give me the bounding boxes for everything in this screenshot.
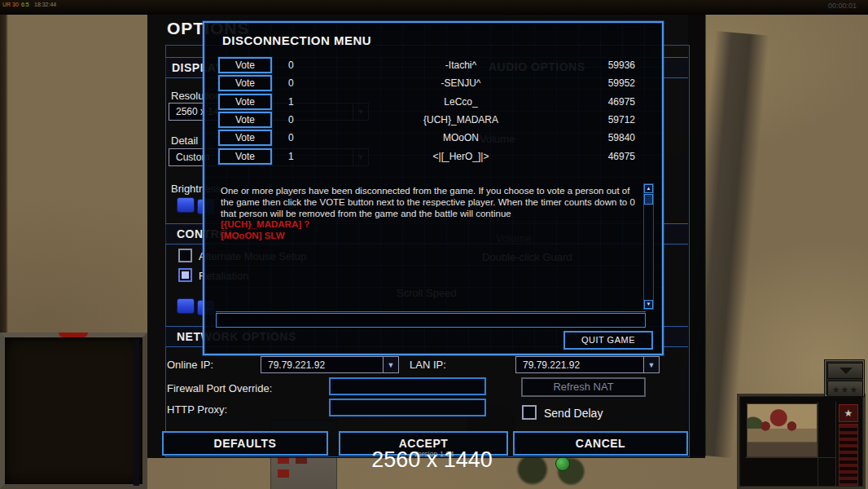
alt-mouse-checkbox[interactable] bbox=[178, 249, 192, 262]
scroll-down-icon[interactable]: ▼ bbox=[644, 300, 653, 309]
side-button-tray: ★★★ bbox=[824, 359, 865, 397]
vote-button[interactable]: Vote bbox=[218, 130, 272, 146]
chat-input[interactable] bbox=[216, 313, 646, 328]
player-name: LeCco_ bbox=[339, 94, 583, 110]
vote-count: 0 bbox=[288, 75, 294, 91]
scrollbar-thumb[interactable] bbox=[644, 194, 653, 205]
vote-button[interactable]: Vote bbox=[218, 148, 272, 165]
checkbox-fill bbox=[182, 271, 189, 279]
lan-ip-dropdown[interactable]: 79.79.221.92 ▼ bbox=[515, 356, 660, 373]
send-delay-checkbox[interactable] bbox=[522, 405, 537, 420]
player-name: -Itachi^ bbox=[339, 57, 583, 73]
stars-icon: ★★★ bbox=[832, 385, 859, 394]
top-status-bar: UR 30 6:5 18:32:44 00:00:01 bbox=[0, 0, 868, 15]
player-ping: 59936 bbox=[563, 57, 635, 73]
debug-fps-text: UR 30 bbox=[2, 0, 19, 12]
command-grid[interactable]: ★ bbox=[745, 402, 857, 487]
vote-count: 0 bbox=[288, 130, 294, 146]
player-ping: 59840 bbox=[563, 130, 635, 146]
general-star-icon[interactable]: ★ bbox=[839, 404, 858, 422]
game-screen: UR 30 6:5 18:32:44 00:00:01 OPTIONS DISP… bbox=[0, 0, 868, 489]
quit-game-button[interactable]: QUIT GAME bbox=[563, 331, 653, 350]
vote-count: 0 bbox=[288, 112, 294, 128]
game-timer: 00:00:01 bbox=[828, 2, 857, 10]
message-area[interactable]: One or more players have been disconnect… bbox=[216, 183, 646, 312]
refresh-nat-button[interactable]: Refresh NAT bbox=[521, 377, 646, 397]
radar-top-indicator bbox=[59, 333, 88, 337]
vote-button[interactable]: Vote bbox=[218, 94, 272, 110]
proxy-label: HTTP Proxy: bbox=[167, 403, 227, 416]
firewall-label: Firewall Port Override: bbox=[167, 382, 272, 394]
firewall-input[interactable] bbox=[329, 377, 486, 395]
screen-left-shadow bbox=[0, 15, 8, 334]
scrollbar[interactable]: ▲ ▼ bbox=[643, 183, 654, 310]
detail-label: Detail bbox=[171, 134, 198, 147]
generals-rank-button[interactable]: ★★★ bbox=[827, 381, 863, 397]
command-panel: ★ bbox=[737, 394, 866, 489]
dialog-title: DISCONNECTION MENU bbox=[222, 33, 371, 47]
chevron-down-icon bbox=[840, 368, 853, 374]
player-name: -SENJU^ bbox=[339, 75, 583, 91]
world-object bbox=[278, 469, 289, 478]
chat-line: [MOoON] SLW bbox=[216, 231, 646, 242]
slider-thumb[interactable] bbox=[177, 197, 195, 213]
send-delay-label: Send Delay bbox=[544, 407, 603, 420]
chat-line: [{UCH}_MADARA] ? bbox=[216, 219, 646, 231]
dropdown-arrow-icon[interactable]: ▼ bbox=[383, 357, 398, 372]
grid-line bbox=[745, 457, 835, 458]
vote-count: 0 bbox=[288, 57, 294, 73]
collapse-button[interactable] bbox=[827, 363, 863, 379]
player-ping: 59952 bbox=[563, 75, 635, 91]
vote-button[interactable]: Vote bbox=[218, 75, 272, 91]
defaults-button[interactable]: DEFAULTS bbox=[162, 431, 328, 456]
proxy-input[interactable] bbox=[329, 399, 486, 416]
lan-ip-label: LAN IP: bbox=[410, 359, 446, 371]
player-ping: 46975 bbox=[563, 148, 635, 165]
vote-count: 1 bbox=[288, 94, 294, 110]
radar-panel[interactable] bbox=[0, 333, 147, 489]
debug-clock-text: 18:32:44 bbox=[34, 0, 56, 12]
rank-bar bbox=[839, 424, 858, 486]
vote-count: 1 bbox=[288, 148, 294, 165]
online-ip-label: Online IP: bbox=[167, 359, 213, 371]
grid-line bbox=[835, 402, 836, 487]
disconnect-message: One or more players have been disconnect… bbox=[216, 183, 646, 219]
vote-button[interactable]: Vote bbox=[218, 112, 272, 128]
online-ip-dropdown[interactable]: 79.79.221.92 ▼ bbox=[261, 356, 399, 373]
slider-thumb[interactable] bbox=[177, 298, 195, 314]
online-ip-value: 79.79.221.92 bbox=[268, 359, 325, 371]
grid-line bbox=[818, 402, 818, 487]
debug-detail-text: 6:5 bbox=[21, 0, 29, 12]
scroll-up-icon[interactable]: ▲ bbox=[644, 184, 653, 193]
lan-ip-value: 79.79.221.92 bbox=[523, 359, 580, 371]
retaliation-checkbox[interactable] bbox=[178, 268, 192, 282]
player-name: MOoON bbox=[339, 130, 583, 146]
player-ping: 59712 bbox=[563, 112, 635, 128]
disconnection-menu-dialog: DISCONNECTION MENU Vote 0 -Itachi^ 59936… bbox=[203, 21, 664, 355]
player-name: {UCH}_MADARA bbox=[339, 112, 583, 128]
dropdown-arrow-icon[interactable]: ▼ bbox=[643, 357, 659, 372]
world-crate-icon bbox=[555, 456, 570, 471]
vote-button[interactable]: Vote bbox=[218, 57, 272, 73]
building-portrait[interactable] bbox=[747, 403, 818, 457]
resolution-overlay: 2560 x 1440 bbox=[324, 447, 540, 473]
player-ping: 46975 bbox=[563, 94, 635, 110]
radar-edge bbox=[134, 339, 139, 486]
player-name: <|[_HerO_]|> bbox=[339, 148, 583, 165]
